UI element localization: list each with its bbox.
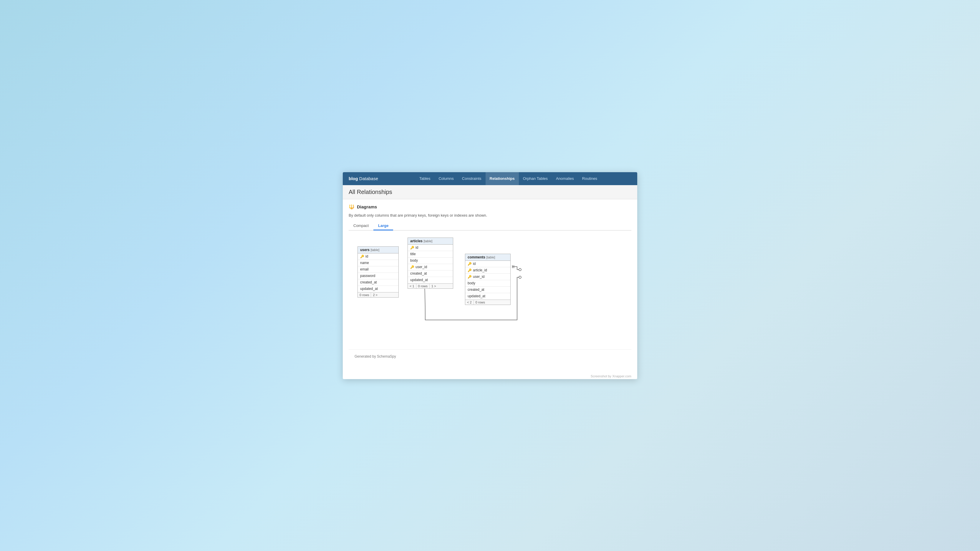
generated-by: Generated by SchemaSpy [355,354,396,359]
nav-relationships[interactable]: Relationships [485,172,519,185]
articles-row-title: title [408,251,453,257]
users-row-created_at: created_at [358,279,398,286]
articles-row-user_id: 🔑 user_id [408,264,453,270]
comments-row-body: body [465,280,510,287]
users-row-updated_at: updated_at [358,286,398,292]
comments-row-user_id: 🔑 user_id [465,274,510,280]
table-comments-header: comments [table] [465,254,510,261]
nav-routines[interactable]: Routines [578,172,601,185]
comments-row-updated_at: updated_at [465,293,510,300]
nav-constraints[interactable]: Constraints [458,172,485,185]
main-content: 🔱 Diagrams By default only columns that … [343,199,637,372]
users-row-id: 🔑 id [358,253,398,260]
nav-items: Tables Columns Constraints Relationships… [385,172,632,185]
table-articles[interactable]: articles [table] 🔑 id title body 🔑 user_… [407,238,453,289]
nav-orphan-tables[interactable]: Orphan Tables [519,172,552,185]
diagram-description: By default only columns that are primary… [348,213,632,218]
diagram-icon: 🔱 [348,204,355,210]
pk-icon: 🔑 [360,255,364,259]
table-comments[interactable]: comments [table] 🔑 id 🔑 article_id 🔑 use… [465,254,511,305]
nav-brand: blog Database [348,176,378,181]
users-row-name: name [358,260,398,267]
section-header: 🔱 Diagrams [348,204,632,210]
page-header: All Relationships [343,185,637,199]
articles-footer: < 1 0 rows 1 > [408,283,453,289]
fk-icon: 🔑 [468,275,472,279]
pk-icon: 🔑 [410,246,414,249]
articles-row-body: body [408,257,453,264]
users-row-password: password [358,273,398,279]
table-users-header: users [table] [358,247,398,253]
comments-row-created_at: created_at [465,287,510,293]
users-footer: 0 rows 2 > [358,292,398,297]
app-window: blog Database Tables Columns Constraints… [343,172,637,379]
page-footer: Generated by SchemaSpy [348,349,632,363]
table-articles-header: articles [table] [408,238,453,245]
comments-footer: < 2 0 rows [465,300,510,305]
nav-columns[interactable]: Columns [434,172,458,185]
articles-row-created_at: created_at [408,270,453,277]
nav-tables[interactable]: Tables [415,172,434,185]
table-users[interactable]: users [table] 🔑 id name email password [358,246,399,298]
brand-rest: Database [358,176,378,181]
fk-icon: 🔑 [468,268,472,272]
brand-bold: blog [348,176,358,181]
view-tabs: Compact Large [348,222,632,230]
pk-icon: 🔑 [468,262,472,266]
fk-icon: 🔑 [410,265,414,269]
users-row-email: email [358,267,398,273]
articles-row-updated_at: updated_at [408,277,453,283]
tab-large[interactable]: Large [373,222,393,230]
section-title: Diagrams [357,204,377,209]
articles-row-id: 🔑 id [408,245,453,251]
tab-compact[interactable]: Compact [348,222,373,230]
comments-row-id: 🔑 id [465,261,510,267]
svg-point-6 [519,276,521,278]
nav-anomalies[interactable]: Anomalies [552,172,578,185]
screenshot-credit: Screenshot by Xnapper.com [343,372,637,379]
page-title: All Relationships [348,189,632,195]
nav-bar: blog Database Tables Columns Constraints… [343,172,637,185]
comments-row-article_id: 🔑 article_id [465,267,510,274]
svg-point-3 [519,268,521,271]
diagram-area: users [table] 🔑 id name email password [348,238,632,349]
